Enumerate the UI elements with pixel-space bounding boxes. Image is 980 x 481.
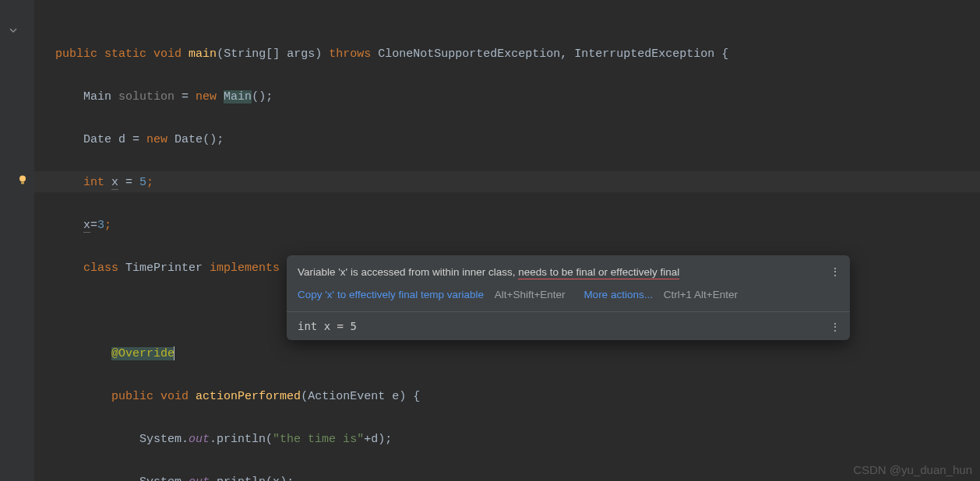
svg-rect-1: [21, 182, 24, 184]
code-line: System.out.println(x);: [34, 472, 980, 482]
quickfix-shortcut: Alt+Shift+Enter: [495, 289, 566, 300]
tooltip-body: Variable 'x' is accessed from within inn…: [287, 255, 850, 311]
code-line: x=3;: [34, 215, 980, 237]
gutter: [0, 0, 34, 481]
more-actions-link[interactable]: More actions...: [583, 289, 653, 300]
code-line: public void actionPerformed(ActionEvent …: [34, 386, 980, 408]
more-actions-shortcut: Ctrl+1 Alt+Enter: [664, 289, 738, 300]
text-caret: [174, 346, 174, 360]
code-line: Main solution = new Main();: [34, 86, 980, 108]
bulb-icon[interactable]: [17, 174, 30, 187]
code-line: @Override: [34, 343, 980, 365]
quickfix-copy-link[interactable]: Copy 'x' to effectively final temp varia…: [298, 289, 484, 300]
code-line: int x = 5;: [34, 172, 980, 194]
code-line: public static void main(String[] args) t…: [34, 44, 980, 65]
tooltip-footer: int x = 5: [287, 311, 850, 340]
tooltip-message: Variable 'x' is accessed from within inn…: [298, 265, 816, 281]
fold-open-icon[interactable]: [8, 26, 19, 37]
code-line: Date d = new Date();: [34, 129, 980, 151]
tooltip-footer-menu-icon[interactable]: ⋮: [830, 321, 841, 332]
tooltip-actions: Copy 'x' to effectively final temp varia…: [298, 287, 816, 304]
tooltip-menu-icon[interactable]: ⋮: [830, 266, 841, 277]
code-editor[interactable]: public static void main(String[] args) t…: [34, 0, 980, 481]
inspection-tooltip: Variable 'x' is accessed from within inn…: [287, 255, 850, 340]
svg-point-0: [19, 176, 26, 182]
error-variable-x: x: [273, 476, 280, 482]
code-line: System.out.println("the time is"+d);: [34, 429, 980, 451]
